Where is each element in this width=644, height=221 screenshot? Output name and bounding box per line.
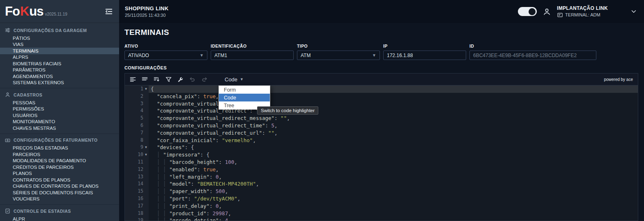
sidebar-item-usuarios[interactable]: USUÁRIOS bbox=[0, 112, 119, 119]
editor-code-area[interactable]: 1▼{2 "cancela_pix": true,3 "comprovante_… bbox=[125, 85, 638, 221]
brand-suffix: us bbox=[29, 4, 43, 19]
sidebar-item-modalidades-de-pagamento[interactable]: MODALIDADES DE PAGAMENTO bbox=[0, 158, 119, 164]
id-input[interactable]: 6BC473EE-4E9B-45F6-8BE9-12BCDDA09FE2 bbox=[469, 51, 596, 60]
compact-icon[interactable] bbox=[142, 76, 148, 83]
sidebar-item-sistemas-externos[interactable]: SISTEMAS EXTERNOS bbox=[0, 80, 119, 86]
gutter-cell: 3 bbox=[125, 100, 149, 108]
field-label: IP bbox=[383, 44, 466, 48]
editor-line[interactable]: 16 │ │ "port": "/dev/ttyACM0", bbox=[125, 195, 638, 203]
mode-option-code[interactable]: Code bbox=[219, 94, 270, 101]
line-number: 13 bbox=[138, 173, 143, 181]
field-value: 172.16.1.88 bbox=[387, 53, 413, 58]
sidebar-section-label: CADASTROS bbox=[14, 92, 42, 97]
terminal-icon bbox=[557, 12, 563, 18]
editor-line[interactable]: 3 "comprovante_virtual": true, bbox=[125, 100, 638, 108]
line-number: 14 bbox=[138, 180, 143, 188]
sidebar-item-contratos-de-planos[interactable]: CONTRATOS DE PLANOS bbox=[0, 177, 119, 183]
field-ip: IP172.16.1.88 bbox=[383, 44, 466, 60]
mode-switch-label: Code bbox=[225, 76, 237, 83]
editor-line[interactable]: 12 │ │ "enabled": true, bbox=[125, 166, 638, 173]
sidebar-item-creditos-de-parceiros[interactable]: CRÉDITOS DE PARCEIROS bbox=[0, 164, 119, 170]
sidebar-item-vouchers[interactable]: VOUCHERS bbox=[0, 196, 119, 203]
editor-line[interactable]: 10▼ │ "impressora": { bbox=[125, 151, 638, 159]
sidebar-item-permissoes[interactable]: PERMISSÕES bbox=[0, 106, 119, 113]
editor-line[interactable]: 14 │ │ "model": "BEMATECH-MP4200TH", bbox=[125, 180, 638, 188]
editor-line[interactable]: 15 │ │ "paper_width": 500, bbox=[125, 188, 638, 195]
fold-arrow-icon[interactable]: ▼ bbox=[143, 144, 149, 151]
sidebar-item-chaves-mestras[interactable]: CHAVES MESTRAS bbox=[0, 125, 119, 131]
mode-switch-button[interactable]: Code▼ bbox=[225, 76, 244, 83]
editor-line[interactable]: 6 "comprovante_virtual_redirect_time": 5… bbox=[125, 122, 638, 129]
ativo-select[interactable]: ATIVADO▼ bbox=[124, 51, 207, 60]
editor-line[interactable]: 7 "comprovante_virtual_redirect_url": ""… bbox=[125, 129, 638, 137]
sidebar-item-pessoas[interactable]: PESSOAS bbox=[0, 99, 119, 106]
code-text: │ │ "paper_width": 500, bbox=[149, 188, 638, 195]
page-title: TERMINAIS bbox=[124, 28, 638, 37]
field-identificacao: IDENTIFICAÇÃOATM1 bbox=[211, 44, 294, 60]
toggle-knob bbox=[529, 8, 536, 15]
ip-input[interactable]: 172.16.1.88 bbox=[383, 51, 466, 60]
json-editor: Code▼ powered by ace 1▼{2 "cancela_pix":… bbox=[124, 73, 638, 221]
sidebar-item-agendamentos[interactable]: AGENDAMENTOS bbox=[0, 73, 119, 80]
editor-line[interactable]: 8 "cor_faixa_inicial": "vermelho", bbox=[125, 137, 638, 144]
sidebar-item-chaves-de-contratos-de-planos[interactable]: CHAVES DE CONTRATOS DE PLANOS bbox=[0, 183, 119, 190]
collapse-sidebar-icon[interactable] bbox=[104, 7, 113, 16]
sidebar-item-precos-das-estadias[interactable]: PREÇOS DAS ESTADIAS bbox=[0, 145, 119, 152]
sidebar-item-planos[interactable]: PLANOS bbox=[0, 170, 119, 177]
chevron-down-icon: ▼ bbox=[200, 53, 204, 58]
editor-line[interactable]: 11 │ │ "barcode_height": 100, bbox=[125, 159, 638, 166]
repair-icon[interactable] bbox=[177, 76, 184, 83]
chevron-down-icon[interactable] bbox=[630, 8, 637, 15]
logo-row: FoKus v2025.11.19 bbox=[0, 0, 119, 23]
sidebar-item-vias[interactable]: VIAS bbox=[0, 41, 119, 48]
sidebar-item-biometrias-faciais[interactable]: BIOMETRIAS FACIAIS bbox=[0, 60, 119, 67]
field-value: 6BC473EE-4E9B-45F6-8BE9-12BCDDA09FE2 bbox=[473, 53, 577, 58]
transform-icon[interactable] bbox=[166, 76, 172, 83]
line-number: 18 bbox=[138, 210, 143, 217]
gutter-cell[interactable]: 9▼ bbox=[125, 144, 149, 151]
gutter-cell[interactable]: 10▼ bbox=[125, 151, 149, 159]
sidebar-item-monitoramento[interactable]: MONITORAMENTO bbox=[0, 119, 119, 125]
editor-line[interactable]: 13 │ │ "left_margin": 0, bbox=[125, 173, 638, 181]
main-content: TERMINAIS ATIVOATIVADO▼IDENTIFICAÇÃOATM1… bbox=[119, 23, 644, 221]
sidebar-item-series-de-documentos-fiscais[interactable]: SÉRIES DE DOCUMENTOS FISCAIS bbox=[0, 189, 119, 196]
tipo-select[interactable]: ATM▼ bbox=[297, 51, 380, 60]
editor-line[interactable]: 17 │ │ "print_delay": 0, bbox=[125, 203, 638, 210]
sidebar-item-terminais[interactable]: TERMINAIS bbox=[0, 48, 119, 54]
gutter-cell: 8 bbox=[125, 137, 149, 144]
line-number: 11 bbox=[138, 159, 143, 166]
editor-line[interactable]: 18 │ │ "product_id": 29987, bbox=[125, 210, 638, 217]
brand-version: v2025.11.19 bbox=[45, 12, 67, 16]
editor-line[interactable]: 19 │ │ "qrcode_dotsize": 4, bbox=[125, 217, 638, 221]
terminal-label: TERMINAL: ADM bbox=[565, 12, 600, 17]
sidebar-item-patios[interactable]: PÁTIOS bbox=[0, 35, 119, 41]
sidebar-item-alpr[interactable]: ALPR bbox=[0, 216, 119, 221]
editor-line[interactable]: 1▼{ bbox=[125, 85, 638, 93]
field-value: ATM1 bbox=[214, 53, 227, 58]
code-text: "comprovante_virtual_redirect_message": … bbox=[149, 115, 638, 122]
gutter-cell: 6 bbox=[125, 122, 149, 129]
line-number: 19 bbox=[138, 217, 143, 221]
sidebar-item-alprs[interactable]: ALPRS bbox=[0, 54, 119, 61]
sort-icon[interactable] bbox=[154, 76, 160, 83]
sidebar-item-parceiros[interactable]: PARCEIROS bbox=[0, 151, 119, 158]
format-icon[interactable] bbox=[130, 76, 136, 83]
fold-arrow-icon[interactable]: ▼ bbox=[143, 151, 149, 159]
theme-toggle[interactable] bbox=[518, 7, 537, 16]
editor-line[interactable]: 5 "comprovante_virtual_redirect_message"… bbox=[125, 115, 638, 122]
account-block[interactable]: IMPLANTAÇÃO LINK TERMINAL: ADM bbox=[557, 5, 608, 18]
editor-line[interactable]: 9▼ "devices": { bbox=[125, 144, 638, 151]
editor-line[interactable]: 2 "cancela_pix": true, bbox=[125, 93, 638, 100]
sidebar-item-parametros[interactable]: PARÂMETROS bbox=[0, 67, 119, 74]
sidebar-section-configuracoes-da-garagem: CONFIGURAÇÕES DA GARAGEMPÁTIOSVIASTERMIN… bbox=[0, 24, 119, 88]
editor-line[interactable]: 4 "comprovante_virtual_redirect": false, bbox=[125, 107, 638, 115]
fold-arrow-icon[interactable]: ▼ bbox=[143, 85, 149, 93]
mode-option-form[interactable]: Form bbox=[219, 86, 270, 94]
topbar: SHOPPING LINK 25/11/2025 11:43:30 IMPLAN… bbox=[119, 0, 644, 23]
config-section-label: CONFIGURAÇÕES bbox=[124, 65, 638, 70]
line-number: 15 bbox=[138, 188, 143, 195]
gutter-cell[interactable]: 1▼ bbox=[125, 85, 149, 93]
line-number: 9 bbox=[140, 144, 143, 151]
identificacao-input[interactable]: ATM1 bbox=[211, 51, 294, 60]
sidebar-section-cadastros: CADASTROSPESSOASPERMISSÕESUSUÁRIOSMONITO… bbox=[0, 88, 119, 134]
